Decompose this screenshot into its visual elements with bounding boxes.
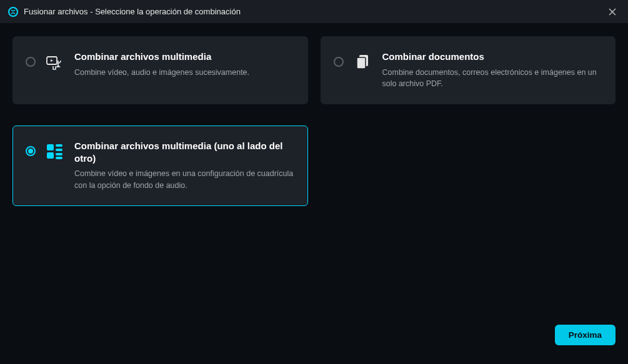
radio-documents[interactable]: [334, 57, 344, 67]
multimedia-icon: [46, 53, 64, 72]
card-desc: Combine vídeo e imágenes en una configur…: [74, 168, 295, 192]
title-bar: Fusionar archivos - Seleccione la operac…: [0, 0, 628, 24]
option-multimedia[interactable]: Combinar archivos multimedia Combine víd…: [12, 36, 308, 104]
card-title: Combinar archivos multimedia (uno al lad…: [74, 140, 295, 164]
title-left: Fusionar archivos - Seleccione la operac…: [7, 6, 241, 17]
card-title: Combinar archivos multimedia: [74, 51, 295, 63]
card-desc: Combine vídeo, audio e imágenes sucesiva…: [74, 67, 295, 79]
close-button[interactable]: [604, 4, 621, 20]
radio-multimedia[interactable]: [26, 57, 36, 67]
options-grid: Combinar archivos multimedia Combine víd…: [12, 36, 616, 206]
option-documents[interactable]: Combinar documentos Combine documentos, …: [321, 36, 616, 104]
svg-rect-8: [56, 149, 62, 151]
next-button[interactable]: Próxima: [555, 325, 616, 345]
svg-rect-9: [47, 152, 54, 159]
footer: Próxima: [12, 325, 616, 352]
documents-icon: [354, 53, 372, 72]
card-content: Combinar documentos Combine documentos, …: [382, 51, 603, 90]
content-area: Combinar archivos multimedia Combine víd…: [0, 24, 628, 364]
close-icon: [609, 8, 616, 16]
option-sidebyside[interactable]: Combinar archivos multimedia (uno al lad…: [12, 125, 308, 206]
svg-rect-6: [47, 144, 54, 150]
card-desc: Combine documentos, correos electrónicos…: [382, 67, 603, 91]
svg-rect-10: [56, 153, 62, 155]
grid-icon: [46, 142, 64, 161]
svg-rect-7: [56, 144, 62, 147]
app-logo-icon: [7, 6, 19, 17]
svg-rect-5: [357, 57, 366, 69]
card-content: Combinar archivos multimedia Combine víd…: [74, 51, 295, 78]
window-title: Fusionar archivos - Seleccione la operac…: [24, 7, 241, 16]
card-title: Combinar documentos: [382, 51, 603, 63]
svg-rect-11: [56, 157, 62, 159]
svg-point-0: [9, 7, 17, 16]
radio-sidebyside[interactable]: [26, 146, 36, 156]
card-content: Combinar archivos multimedia (uno al lad…: [74, 140, 295, 192]
